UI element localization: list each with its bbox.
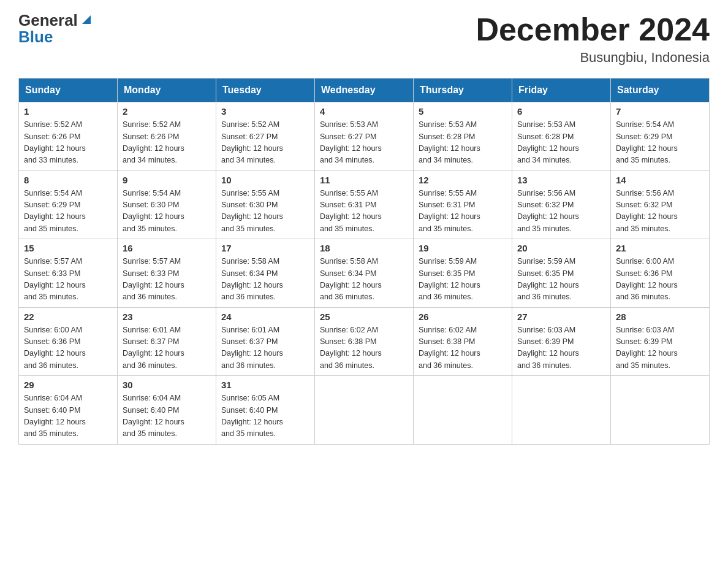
- day-number: 16: [123, 243, 211, 253]
- day-info: Sunrise: 5:58 AM Sunset: 6:34 PM Dayligh…: [221, 256, 309, 304]
- calendar-header-sunday: Sunday: [19, 79, 118, 102]
- daylight-label: Daylight: 12 hours: [320, 144, 382, 153]
- calendar-cell: 15 Sunrise: 5:57 AM Sunset: 6:33 PM Dayl…: [19, 239, 118, 308]
- sunset-label: Sunset: 6:26 PM: [24, 132, 80, 141]
- daylight-minutes: and 35 minutes.: [24, 429, 78, 438]
- day-info: Sunrise: 5:59 AM Sunset: 6:35 PM Dayligh…: [517, 256, 605, 304]
- daylight-minutes: and 35 minutes.: [123, 224, 177, 233]
- calendar-cell: 10 Sunrise: 5:55 AM Sunset: 6:30 PM Dayl…: [216, 170, 315, 239]
- calendar-week-row: 1 Sunrise: 5:52 AM Sunset: 6:26 PM Dayli…: [19, 102, 710, 171]
- logo-general-text: General: [18, 12, 78, 28]
- sunset-label: Sunset: 6:33 PM: [24, 269, 80, 278]
- logo-blue-text: Blue: [18, 28, 93, 46]
- sunset-label: Sunset: 6:36 PM: [24, 337, 80, 346]
- month-title: December 2024: [476, 12, 710, 47]
- daylight-label: Daylight: 12 hours: [616, 212, 678, 221]
- day-info: Sunrise: 6:00 AM Sunset: 6:36 PM Dayligh…: [616, 256, 704, 304]
- daylight-label: Daylight: 12 hours: [320, 281, 382, 289]
- sunrise-label: Sunrise: 6:02 AM: [320, 326, 378, 334]
- calendar-week-row: 8 Sunrise: 5:54 AM Sunset: 6:29 PM Dayli…: [19, 170, 710, 239]
- daylight-label: Daylight: 12 hours: [221, 212, 283, 221]
- day-number: 20: [517, 243, 605, 253]
- daylight-label: Daylight: 12 hours: [24, 418, 86, 426]
- daylight-label: Daylight: 12 hours: [517, 144, 579, 153]
- calendar-cell: 14 Sunrise: 5:56 AM Sunset: 6:32 PM Dayl…: [611, 170, 710, 239]
- daylight-minutes: and 36 minutes.: [123, 293, 177, 301]
- day-number: 14: [616, 175, 704, 185]
- sunrise-label: Sunrise: 5:53 AM: [419, 120, 477, 129]
- day-number: 2: [123, 106, 211, 117]
- day-info: Sunrise: 5:57 AM Sunset: 6:33 PM Dayligh…: [24, 256, 112, 304]
- calendar-cell: [611, 376, 710, 445]
- day-number: 19: [419, 243, 507, 253]
- calendar-cell: 25 Sunrise: 6:02 AM Sunset: 6:38 PM Dayl…: [315, 307, 414, 376]
- sunset-label: Sunset: 6:37 PM: [123, 337, 179, 346]
- sunset-label: Sunset: 6:40 PM: [221, 406, 278, 415]
- sunrise-label: Sunrise: 5:55 AM: [320, 189, 378, 197]
- daylight-label: Daylight: 12 hours: [616, 349, 678, 358]
- sunset-label: Sunset: 6:26 PM: [123, 132, 179, 141]
- daylight-minutes: and 36 minutes.: [320, 293, 374, 301]
- day-number: 21: [616, 243, 704, 253]
- sunset-label: Sunset: 6:30 PM: [123, 201, 179, 209]
- sunrise-label: Sunrise: 5:53 AM: [320, 120, 378, 129]
- calendar-cell: 12 Sunrise: 5:55 AM Sunset: 6:31 PM Dayl…: [414, 170, 512, 239]
- calendar-cell: 19 Sunrise: 5:59 AM Sunset: 6:35 PM Dayl…: [414, 239, 512, 308]
- day-info: Sunrise: 6:04 AM Sunset: 6:40 PM Dayligh…: [24, 393, 112, 440]
- calendar-cell: 7 Sunrise: 5:54 AM Sunset: 6:29 PM Dayli…: [611, 102, 710, 171]
- calendar-cell: 28 Sunrise: 6:03 AM Sunset: 6:39 PM Dayl…: [611, 307, 710, 376]
- sunset-label: Sunset: 6:30 PM: [221, 201, 278, 209]
- day-info: Sunrise: 5:55 AM Sunset: 6:30 PM Dayligh…: [221, 188, 309, 236]
- calendar-cell: 26 Sunrise: 6:02 AM Sunset: 6:38 PM Dayl…: [414, 307, 512, 376]
- calendar-cell: 20 Sunrise: 5:59 AM Sunset: 6:35 PM Dayl…: [512, 239, 611, 308]
- daylight-minutes: and 34 minutes.: [517, 156, 572, 164]
- day-info: Sunrise: 6:04 AM Sunset: 6:40 PM Dayligh…: [123, 393, 211, 440]
- day-info: Sunrise: 5:52 AM Sunset: 6:27 PM Dayligh…: [221, 119, 309, 167]
- daylight-label: Daylight: 12 hours: [221, 281, 283, 289]
- sunset-label: Sunset: 6:28 PM: [517, 132, 574, 141]
- daylight-label: Daylight: 12 hours: [419, 212, 480, 221]
- calendar-cell: 9 Sunrise: 5:54 AM Sunset: 6:30 PM Dayli…: [118, 170, 216, 239]
- day-number: 29: [24, 380, 112, 390]
- calendar-header-row: SundayMondayTuesdayWednesdayThursdayFrid…: [19, 79, 710, 102]
- daylight-label: Daylight: 12 hours: [517, 349, 579, 358]
- sunset-label: Sunset: 6:31 PM: [320, 201, 376, 209]
- day-info: Sunrise: 6:02 AM Sunset: 6:38 PM Dayligh…: [320, 324, 408, 372]
- daylight-minutes: and 36 minutes.: [419, 361, 473, 370]
- day-info: Sunrise: 5:55 AM Sunset: 6:31 PM Dayligh…: [419, 188, 507, 236]
- day-number: 30: [123, 380, 211, 390]
- sunset-label: Sunset: 6:29 PM: [616, 132, 672, 141]
- day-number: 9: [123, 175, 211, 185]
- sunset-label: Sunset: 6:27 PM: [221, 132, 278, 141]
- sunrise-label: Sunrise: 5:54 AM: [24, 189, 82, 197]
- day-info: Sunrise: 6:05 AM Sunset: 6:40 PM Dayligh…: [221, 393, 309, 440]
- sunset-label: Sunset: 6:35 PM: [419, 269, 475, 278]
- sunset-label: Sunset: 6:39 PM: [517, 337, 574, 346]
- day-number: 17: [221, 243, 309, 253]
- daylight-label: Daylight: 12 hours: [320, 212, 382, 221]
- sunset-label: Sunset: 6:28 PM: [419, 132, 475, 141]
- calendar-cell: 22 Sunrise: 6:00 AM Sunset: 6:36 PM Dayl…: [19, 307, 118, 376]
- day-info: Sunrise: 5:53 AM Sunset: 6:28 PM Dayligh…: [419, 119, 507, 167]
- day-info: Sunrise: 5:55 AM Sunset: 6:31 PM Dayligh…: [320, 188, 408, 236]
- daylight-minutes: and 36 minutes.: [517, 361, 572, 370]
- daylight-label: Daylight: 12 hours: [123, 349, 184, 358]
- calendar-cell: 4 Sunrise: 5:53 AM Sunset: 6:27 PM Dayli…: [315, 102, 414, 171]
- day-number: 26: [419, 312, 507, 322]
- daylight-minutes: and 36 minutes.: [221, 361, 276, 370]
- calendar-header-saturday: Saturday: [611, 79, 710, 102]
- day-number: 3: [221, 106, 309, 117]
- day-info: Sunrise: 5:52 AM Sunset: 6:26 PM Dayligh…: [24, 119, 112, 167]
- daylight-label: Daylight: 12 hours: [24, 144, 86, 153]
- sunset-label: Sunset: 6:27 PM: [320, 132, 376, 141]
- daylight-label: Daylight: 12 hours: [123, 212, 184, 221]
- day-info: Sunrise: 6:01 AM Sunset: 6:37 PM Dayligh…: [123, 324, 211, 372]
- calendar-cell: 18 Sunrise: 5:58 AM Sunset: 6:34 PM Dayl…: [315, 239, 414, 308]
- daylight-minutes: and 36 minutes.: [517, 293, 572, 301]
- calendar-cell: [414, 376, 512, 445]
- daylight-label: Daylight: 12 hours: [616, 281, 678, 289]
- svg-marker-0: [82, 15, 91, 24]
- calendar-header-tuesday: Tuesday: [216, 79, 315, 102]
- sunrise-label: Sunrise: 6:05 AM: [221, 394, 279, 402]
- day-number: 31: [221, 380, 309, 390]
